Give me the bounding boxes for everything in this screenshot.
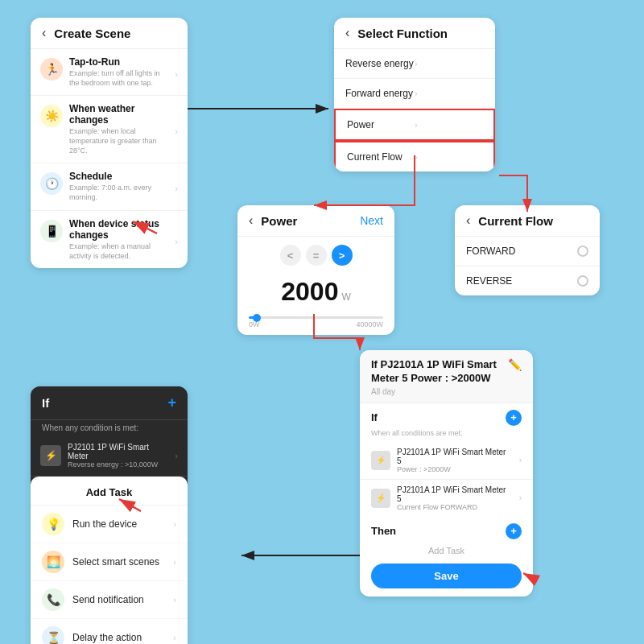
- if-section-label: If +: [360, 403, 533, 429]
- card-if-dark-header: If +: [31, 386, 188, 420]
- card-current-flow: ‹ Current Flow FORWARD REVERSE: [455, 205, 600, 295]
- add-button[interactable]: +: [167, 394, 176, 411]
- chevron-icon: ›: [173, 595, 176, 605]
- weather-icon: ☀️: [40, 105, 63, 127]
- func-item-reverse[interactable]: Reverse energy ›: [334, 49, 495, 79]
- func-item-power[interactable]: Power ›: [334, 109, 495, 141]
- chevron-icon: ›: [519, 456, 522, 464]
- save-button[interactable]: Save: [371, 564, 522, 588]
- add-condition-button[interactable]: +: [506, 410, 522, 426]
- scene-item-weather[interactable]: ☀️ When weather changes Example: when lo…: [31, 96, 188, 163]
- task-item-smart[interactable]: 🌅 Select smart scenes ›: [31, 543, 188, 581]
- task-smart-label: Select smart scenes: [72, 556, 165, 568]
- func-item-current-flow[interactable]: Current Flow ›: [334, 141, 495, 171]
- add-then-button[interactable]: +: [506, 523, 522, 539]
- scene-weather-desc: Example: when local temperature is great…: [69, 127, 168, 155]
- scene-weather-title: When weather changes: [69, 103, 168, 126]
- flow-forward-label: FORWARD: [466, 246, 571, 257]
- chevron-icon: ›: [175, 451, 178, 460]
- card-create-scene-title: Create Scene: [54, 27, 130, 40]
- chevron-icon: ›: [415, 120, 482, 130]
- chevron-icon: ›: [415, 89, 484, 98]
- chevron-icon: ›: [173, 519, 176, 529]
- func-current-flow-label: Current Flow: [347, 151, 415, 163]
- scene-item-tap[interactable]: 🏃 Tap-to-Run Example: turn off all light…: [31, 49, 188, 96]
- back-arrow-icon[interactable]: ‹: [249, 213, 253, 228]
- card-current-flow-header: ‹ Current Flow: [455, 205, 600, 237]
- chevron-icon: ›: [175, 237, 178, 246]
- back-arrow-icon[interactable]: ‹: [466, 213, 470, 228]
- power-unit: W: [341, 291, 350, 303]
- next-button[interactable]: Next: [360, 214, 383, 227]
- card-if-dark: If + When any condition is met: ⚡ PJ2101…: [31, 386, 188, 644]
- tap-icon: 🏃: [40, 58, 63, 80]
- scene-device-desc: Example: when a manual activity is detec…: [69, 242, 168, 261]
- card-select-function-header: ‹ Select Function: [334, 18, 495, 49]
- condition-row-2[interactable]: ⚡ PJ2101A 1P WiFi Smart Meter 5 Current …: [360, 480, 533, 517]
- radio-reverse[interactable]: [577, 275, 588, 287]
- task-run-label: Run the device: [72, 518, 165, 530]
- task-item-notify[interactable]: 📞 Send notification ›: [31, 581, 188, 619]
- equals-button[interactable]: =: [306, 245, 327, 266]
- device-icon: 📱: [40, 220, 63, 242]
- slider-max-label: 40000W: [356, 320, 383, 328]
- card-select-function: ‹ Select Function Reverse energy › Forwa…: [334, 18, 495, 171]
- if-dark-device-item[interactable]: ⚡ PJ2101 1P WiFi Smart Meter Reverse ene…: [31, 436, 188, 477]
- device-condition-icon-2: ⚡: [371, 489, 390, 508]
- func-reverse-label: Reverse energy: [345, 58, 415, 69]
- condition-device-name-1: PJ2101A 1P WiFi Smart Meter 5: [397, 448, 513, 465]
- delay-icon: ⏳: [42, 626, 64, 644]
- task-item-run[interactable]: 💡 Run the device ›: [31, 506, 188, 543]
- func-power-label: Power: [347, 119, 415, 130]
- if-light-header: If PJ2101A 1P WiFi Smart Meter 5 Power :…: [360, 350, 533, 403]
- run-device-icon: 💡: [42, 513, 64, 535]
- scene-schedule-desc: Example: 7:00 a.m. every morning.: [69, 184, 168, 202]
- scene-schedule-title: Schedule: [69, 171, 168, 182]
- less-than-button[interactable]: <: [280, 245, 301, 266]
- flow-item-forward[interactable]: FORWARD: [455, 237, 600, 266]
- schedule-icon: 🕐: [40, 172, 63, 195]
- notify-icon: 📞: [42, 588, 64, 611]
- scene-item-schedule[interactable]: 🕐 Schedule Example: 7:00 a.m. every morn…: [31, 163, 188, 210]
- if-dark-subtitle: When any condition is met:: [31, 420, 188, 436]
- flow-item-reverse[interactable]: REVERSE: [455, 266, 600, 295]
- device-icon: ⚡: [40, 445, 61, 466]
- dark-device-desc: Reverse energy : >10,000W: [68, 460, 168, 469]
- condition-device-name-2: PJ2101A 1P WiFi Smart Meter 5: [397, 485, 513, 503]
- add-task-title: Add Task: [31, 483, 188, 506]
- add-task-sheet: Add Task 💡 Run the device › 🌅 Select sma…: [31, 477, 188, 644]
- condition-row-1[interactable]: ⚡ PJ2101A 1P WiFi Smart Meter 5 Power : …: [360, 442, 533, 480]
- smart-scenes-icon: 🌅: [42, 551, 64, 573]
- chevron-icon: ›: [173, 633, 176, 642]
- func-forward-label: Forward energy: [345, 88, 415, 99]
- func-item-forward[interactable]: Forward energy ›: [334, 79, 495, 109]
- dark-device-name: PJ2101 1P WiFi Smart Meter: [68, 443, 168, 460]
- scene-item-device[interactable]: 📱 When device status changes Example: wh…: [31, 211, 188, 268]
- radio-forward[interactable]: [577, 246, 588, 257]
- card-power: ‹ Power Next < = > 2000 W 0W 40000W: [237, 205, 394, 335]
- chevron-icon: ›: [175, 184, 178, 193]
- task-delay-label: Delay the action: [72, 632, 165, 643]
- condition-device-value-2: Current Flow FORWARD: [397, 503, 513, 511]
- chevron-icon: ›: [173, 557, 176, 567]
- scene-tap-title: Tap-to-Run: [69, 56, 168, 68]
- greater-than-button[interactable]: >: [332, 245, 353, 266]
- power-slider[interactable]: 0W 40000W: [237, 313, 394, 335]
- card-create-scene: ‹ Create Scene 🏃 Tap-to-Run Example: tur…: [31, 18, 188, 268]
- edit-icon[interactable]: ✏️: [508, 358, 522, 371]
- back-arrow-icon[interactable]: ‹: [42, 26, 46, 40]
- then-section: Then +: [360, 517, 533, 543]
- back-arrow-icon[interactable]: ‹: [345, 26, 349, 40]
- chevron-icon: ›: [175, 126, 178, 136]
- card-if-light: If PJ2101A 1P WiFi Smart Meter 5 Power :…: [360, 350, 533, 597]
- chevron-icon: ›: [519, 493, 522, 502]
- condition-subtitle: When all conditions are met:: [360, 429, 533, 442]
- task-item-delay[interactable]: ⏳ Delay the action ›: [31, 619, 188, 644]
- flow-reverse-label: REVERSE: [466, 275, 571, 287]
- slider-min-label: 0W: [249, 320, 260, 328]
- chevron-icon: ›: [415, 152, 482, 162]
- chevron-icon: ›: [415, 59, 484, 68]
- card-current-flow-title: Current Flow: [478, 214, 553, 228]
- power-comparison: < = >: [237, 237, 394, 270]
- power-value: 2000: [281, 274, 338, 310]
